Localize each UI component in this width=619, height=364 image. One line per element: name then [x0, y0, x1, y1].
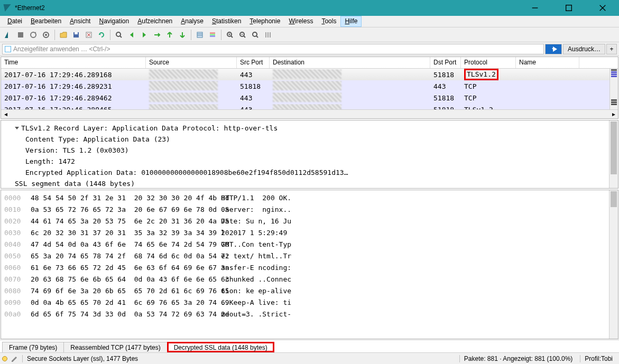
packet-row[interactable]: 2017-07-16 17:29:46.28946244351818TCP — [1, 92, 618, 104]
cell-time: 2017-07-16 17:29:46.289168 — [1, 71, 146, 79]
bytes-tabs: Frame (79 bytes)Reassembled TCP (1477 by… — [0, 340, 619, 352]
expert-info-icon[interactable] — [2, 356, 7, 361]
svg-point-28 — [253, 32, 257, 36]
add-filter-button[interactable]: + — [606, 44, 617, 54]
hex-line[interactable]: 004047 4d 54 0d 0a 43 6f 6e 74 65 6e 74 … — [4, 239, 615, 250]
reload-icon[interactable] — [96, 29, 107, 41]
zoom-in-icon[interactable] — [224, 29, 236, 41]
restart-icon[interactable] — [27, 29, 39, 41]
close-file-icon[interactable] — [83, 29, 95, 41]
detail-header[interactable]: TLSv1.2 Record Layer: Application Data P… — [4, 123, 615, 134]
col-destination[interactable]: Destination — [270, 57, 430, 68]
menu-telephonie[interactable]: Telephonie — [245, 16, 284, 27]
packet-list: TimeSourceSrc PortDestinationDst PortPro… — [1, 57, 618, 119]
hex-line[interactable]: 00900d 0a 4b 65 65 70 2d 41 6c 69 76 65 … — [4, 297, 615, 309]
hex-line[interactable]: 002044 61 74 65 3a 20 53 75 6e 2c 20 31 … — [4, 216, 615, 227]
packet-row[interactable]: 2017-07-16 17:29:46.28946544351818TLSv1.… — [1, 104, 618, 109]
cell-source — [146, 92, 237, 104]
jump-icon[interactable] — [151, 29, 163, 41]
col-name[interactable]: Name — [516, 57, 579, 68]
first-icon[interactable] — [164, 29, 175, 41]
autoscroll-icon[interactable] — [194, 29, 206, 41]
hex-line[interactable]: 000048 54 54 50 2f 31 2e 31 20 32 30 30 … — [4, 192, 615, 204]
vscrollbar[interactable] — [609, 120, 618, 188]
svg-rect-18 — [210, 32, 215, 34]
menu-statistiken[interactable]: Statistiken — [208, 16, 245, 27]
packet-details[interactable]: TLSv1.2 Record Layer: Application Data P… — [1, 120, 618, 189]
wireshark-fin-icon[interactable] — [2, 29, 14, 41]
col-dstport[interactable]: Dst Port — [430, 57, 461, 68]
display-filter-input[interactable]: Anzeigefilter anwenden … <Ctrl-/> — [2, 44, 544, 54]
cell-time: 2017-07-16 17:29:46.289231 — [1, 82, 146, 90]
resize-cols-icon[interactable] — [262, 29, 274, 41]
detail-line[interactable]: Length: 1472 — [4, 156, 615, 167]
zoom-out-icon[interactable] — [237, 29, 248, 41]
detail-footer[interactable]: SSL segment data (1448 bytes) — [4, 178, 615, 189]
detail-line[interactable]: Encrypted Application Data: 010000000000… — [4, 167, 615, 178]
apply-filter-button[interactable] — [545, 44, 562, 54]
options-icon[interactable] — [40, 29, 52, 41]
hex-line[interactable]: 006061 6e 73 66 65 72 2d 45 6e 63 6f 64 … — [4, 262, 615, 274]
bytes-tab[interactable]: Frame (79 bytes) — [2, 342, 64, 352]
forward-icon[interactable] — [138, 29, 150, 41]
detail-line[interactable]: Content Type: Application Data (23) — [4, 134, 615, 145]
minimize-button[interactable] — [523, 0, 547, 16]
col-source[interactable]: Source — [146, 57, 237, 68]
svg-line-14 — [120, 36, 122, 38]
packet-bytes[interactable]: 000048 54 54 50 2f 31 2e 31 20 32 30 30 … — [1, 190, 618, 339]
menu-bearbeiten[interactable]: Bearbeiten — [26, 16, 66, 27]
edit-icon[interactable] — [11, 354, 19, 363]
status-packets: Pakete: 881 · Angezeigt: 881 (100.0%) — [459, 355, 577, 362]
cell-time: 2017-07-16 17:29:46.289462 — [1, 94, 146, 102]
hex-line[interactable]: 00306c 20 32 30 31 37 20 31 35 3a 32 39 … — [4, 227, 615, 239]
menu-wireless[interactable]: Wireless — [284, 16, 317, 27]
menu-tools[interactable]: Tools — [317, 16, 340, 27]
stop-icon[interactable] — [15, 29, 26, 41]
menu-hilfe[interactable]: Hilfe — [340, 16, 362, 27]
scroll-right-icon[interactable]: ▸ — [609, 110, 618, 119]
menu-analyse[interactable]: Analyse — [177, 16, 208, 27]
bookmark-icon[interactable] — [5, 46, 11, 52]
maximize-button[interactable] — [557, 0, 581, 16]
zoom-reset-icon[interactable] — [250, 29, 261, 41]
cell-source — [146, 104, 237, 110]
hex-line[interactable]: 007020 63 68 75 6e 6b 65 64 0d 0a 43 6f … — [4, 274, 615, 285]
hex-line[interactable]: 008074 69 6f 6e 3a 20 6b 65 65 70 2d 61 … — [4, 285, 615, 297]
detail-line[interactable]: Version: TLS 1.2 (0x0303) — [4, 145, 615, 156]
hex-line[interactable]: 005065 3a 20 74 65 78 74 2f 68 74 6d 6c … — [4, 250, 615, 262]
menubar: DateiBearbeitenAnsichtNavigationAufzeich… — [0, 16, 619, 27]
cell-destination — [270, 81, 430, 92]
hex-line[interactable]: 00100a 53 65 72 76 65 72 3a 20 6e 67 69 … — [4, 204, 615, 216]
menu-navigation[interactable]: Navigation — [95, 16, 133, 27]
vscrollbar[interactable] — [609, 190, 618, 339]
menu-ansicht[interactable]: Ansicht — [66, 16, 95, 27]
expression-button[interactable]: Ausdruck… — [563, 44, 605, 54]
cell-source — [146, 81, 237, 92]
hscrollbar[interactable]: ◂ ▸ — [1, 109, 618, 118]
open-icon[interactable] — [58, 29, 69, 41]
col-protocol[interactable]: Protocol — [461, 57, 516, 68]
filter-placeholder: Anzeigefilter anwenden … <Ctrl-/> — [13, 45, 110, 53]
scroll-left-icon[interactable]: ◂ — [1, 110, 10, 119]
packet-row[interactable]: 2017-07-16 17:29:46.28916844351818TLSv1.… — [1, 69, 618, 80]
bytes-tab[interactable]: Decrypted SSL data (1448 bytes) — [167, 342, 274, 352]
packet-list-rows[interactable]: 2017-07-16 17:29:46.28916844351818TLSv1.… — [1, 69, 618, 109]
col-srcport[interactable]: Src Port — [237, 57, 270, 68]
col-time[interactable]: Time — [1, 57, 146, 68]
menu-datei[interactable]: Datei — [3, 16, 26, 27]
bytes-tab[interactable]: Reassembled TCP (1477 bytes) — [63, 342, 167, 352]
cell-srcport: 443 — [237, 94, 270, 102]
menu-aufzeichnen[interactable]: Aufzeichnen — [133, 16, 177, 27]
find-icon[interactable] — [113, 29, 125, 41]
svg-rect-19 — [210, 34, 215, 35]
colorize-icon[interactable] — [207, 29, 218, 41]
last-icon[interactable] — [177, 29, 188, 41]
titlebar: *Ethernet2 — [0, 0, 619, 16]
packet-row[interactable]: 2017-07-16 17:29:46.28923151818443TCP — [1, 80, 618, 92]
status-profile[interactable]: Profil:Tobi — [580, 355, 617, 362]
save-icon[interactable] — [70, 29, 82, 41]
back-icon[interactable] — [126, 29, 137, 41]
close-button[interactable] — [590, 0, 615, 16]
hex-line[interactable]: 00a06d 65 6f 75 74 3d 33 0d 0a 53 74 72 … — [4, 309, 615, 320]
cell-destination — [270, 69, 430, 80]
